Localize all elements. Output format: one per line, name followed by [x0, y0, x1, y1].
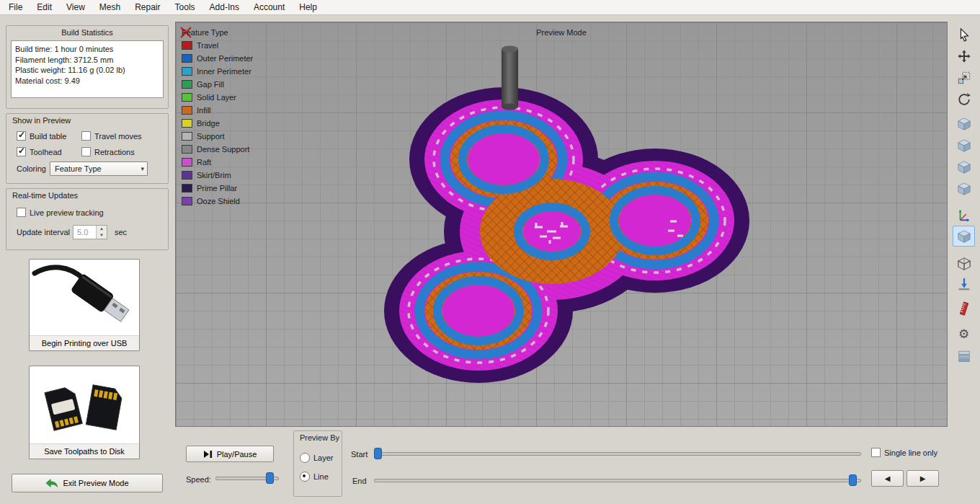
cube-icon [957, 182, 971, 196]
menu-account[interactable]: Account [246, 0, 292, 14]
update-interval-unit: sec [115, 228, 127, 236]
stat-plastic-weight: Plastic weight: 11.16 g (0.02 lb) [15, 65, 159, 76]
coordinate-axes-button[interactable] [953, 204, 975, 225]
play-pause-button[interactable]: Play/Pause [186, 446, 274, 462]
view-cube-1-button[interactable] [953, 113, 975, 134]
toolhead-checkbox[interactable]: Toolhead [17, 147, 62, 156]
end-label: End [352, 477, 367, 485]
legend-item: Raft [182, 156, 253, 169]
checkbox-label: Toolhead [30, 148, 62, 156]
coloring-dropdown[interactable]: Feature Type ▾ [50, 162, 148, 176]
speed-slider-thumb[interactable] [266, 472, 274, 484]
stat-filament-length: Filament length: 3712.5 mm [15, 55, 159, 66]
menu-view[interactable]: View [59, 0, 92, 14]
start-slider-thumb[interactable] [374, 448, 382, 459]
slider-track [374, 479, 861, 482]
retractions-checkbox[interactable]: Retractions [81, 147, 135, 156]
exit-button-label: Exit Preview Mode [63, 479, 128, 487]
wireframe-cube-icon [957, 257, 971, 271]
live-preview-tracking-checkbox[interactable]: Live preview tracking [17, 208, 104, 217]
view-cube-3-button[interactable] [953, 156, 975, 177]
legend-color-chip [182, 54, 192, 63]
legend-label: Bridge [197, 119, 220, 128]
play-pause-icon [203, 450, 213, 459]
legend-label: Raft [197, 158, 211, 167]
step-back-button[interactable]: ◀ [871, 470, 904, 487]
legend-label: Skirt/Brim [197, 171, 231, 180]
legend-item: Bridge [182, 117, 253, 130]
menu-file[interactable]: File [1, 0, 30, 14]
usb-plug-image [30, 260, 139, 335]
begin-printing-usb-button[interactable]: Begin Printing over USB [29, 259, 140, 351]
drop-arrow-icon [957, 277, 971, 291]
travel-moves-checkbox[interactable]: Travel moves [81, 131, 142, 141]
drop-to-bed-button[interactable] [953, 273, 975, 294]
radio-label: Layer [313, 454, 334, 462]
menu-tools[interactable]: Tools [168, 0, 202, 14]
view-cube-4-button[interactable] [953, 178, 975, 199]
machine-settings-button[interactable]: ⚙ [953, 324, 975, 345]
step-forward-button[interactable]: ▶ [906, 470, 939, 487]
legend-color-chip [182, 171, 192, 180]
menu-help[interactable]: Help [292, 0, 324, 14]
axes-icon [957, 208, 971, 222]
active-view-cube-button[interactable] [953, 226, 975, 247]
legend-title: Feature Type [182, 26, 253, 39]
legend-label: Dense Support [197, 145, 249, 154]
realtime-updates-group: Real-time Updates Live preview tracking … [6, 188, 169, 250]
coloring-value: Feature Type [55, 164, 102, 173]
checkbox-box [17, 208, 26, 217]
preview-by-layer-radio[interactable]: Layer [300, 453, 334, 463]
spinner-down-icon[interactable]: ▼ [97, 232, 107, 239]
select-tool-button[interactable] [953, 24, 975, 45]
select-cursor-icon [957, 27, 971, 42]
checkbox-label: Live preview tracking [30, 208, 104, 217]
preview-mode-label: Preview Mode [536, 28, 587, 37]
exit-preview-mode-button[interactable]: Exit Preview Mode [12, 474, 163, 492]
legend-label: Infill [197, 106, 211, 115]
translate-tool-button[interactable] [953, 45, 975, 66]
menu-addins[interactable]: Add-Ins [202, 0, 246, 14]
legend-label: Support [197, 132, 225, 141]
preview-by-line-radio[interactable]: Line [300, 472, 329, 482]
cross-section-button[interactable] [953, 345, 975, 366]
radio-label: Line [313, 472, 329, 481]
sd-cards-image [30, 366, 139, 443]
legend-color-chip [182, 145, 192, 154]
cube-icon [957, 117, 971, 131]
realtime-updates-title: Real-time Updates [12, 191, 78, 200]
legend-label: Outer Perimeter [197, 54, 253, 63]
measure-tool-button[interactable] [953, 298, 975, 319]
legend-color-chip [182, 80, 192, 89]
single-line-only-checkbox[interactable]: Single line only [871, 448, 937, 457]
update-interval-spinner[interactable]: 5.0 ▲ ▼ [73, 225, 107, 239]
layers-icon [957, 349, 971, 363]
playback-bar: Play/Pause Speed: Preview By Layer Line … [175, 427, 948, 504]
scale-tool-button[interactable] [953, 67, 975, 88]
legend-color-chip [182, 184, 192, 193]
start-slider[interactable] [374, 447, 861, 460]
build-table-checkbox[interactable]: Build table [17, 131, 66, 141]
legend-item: Travel [182, 39, 253, 52]
legend-item: Support [182, 130, 253, 143]
end-slider-thumb[interactable] [849, 474, 857, 486]
rotate-icon [957, 92, 971, 107]
spinner-buttons[interactable]: ▲ ▼ [96, 226, 107, 239]
print-preview-scene[interactable] [176, 22, 947, 426]
wireframe-view-button[interactable] [953, 253, 975, 274]
speed-slider[interactable] [215, 472, 279, 485]
simplify3d-window: File Edit View Mesh Repair Tools Add-Ins… [0, 0, 980, 504]
checkbox-box [17, 147, 26, 156]
view-cube-2-button[interactable] [953, 135, 975, 156]
menu-repair[interactable]: Repair [128, 0, 167, 14]
viewport-3d[interactable]: Feature Type Travel Outer Perimeter Inne… [175, 22, 948, 427]
menu-bar: File Edit View Mesh Repair Tools Add-Ins… [0, 0, 980, 15]
checkbox-label: Single line only [884, 448, 937, 457]
end-slider[interactable] [374, 474, 861, 487]
menu-mesh[interactable]: Mesh [92, 0, 128, 14]
chevron-down-icon: ▾ [141, 165, 144, 172]
menu-edit[interactable]: Edit [30, 0, 59, 14]
spinner-up-icon[interactable]: ▲ [97, 226, 107, 232]
save-toolpaths-disk-button[interactable]: Save Toolpaths to Disk [29, 366, 140, 459]
rotate-tool-button[interactable] [953, 89, 975, 110]
